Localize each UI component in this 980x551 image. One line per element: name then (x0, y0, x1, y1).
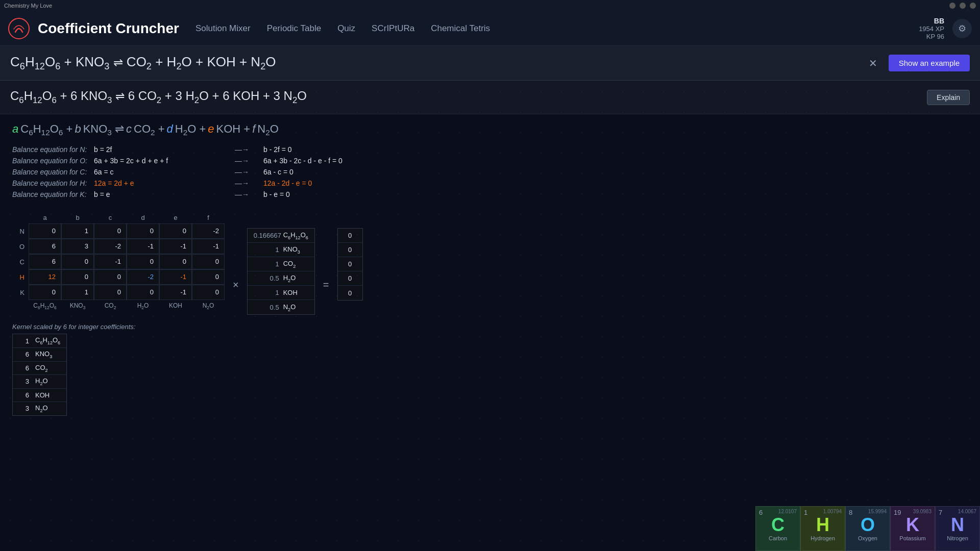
kernel-cell-1: 1 KNO3 (248, 243, 314, 257)
col-header-b: b (61, 214, 94, 223)
nav-periodic-table[interactable]: Periodic Table (267, 21, 321, 36)
element-tile-n[interactable]: 7 14.0067 N Nitrogen (935, 506, 980, 551)
balance-rhs-o: 6a + 3b - 2c - d - e - f = 0 (263, 157, 342, 165)
result-vector: 0 0 0 0 0 (337, 228, 363, 300)
balance-label-k: Balance equation for K: (12, 190, 94, 198)
matrix-row-c: C 6 0 -1 0 0 0 (12, 254, 225, 269)
element-tile-h[interactable]: 1 1.00794 H Hydrogen (800, 506, 845, 551)
col-header-e: e (159, 214, 192, 223)
col-header-a: a (29, 214, 61, 223)
matrix-section: a b c d e f N 0 1 0 0 0 -2 O 6 3 -2 (0, 210, 980, 319)
scaled-row-3: 3 H2O (13, 375, 66, 389)
matrix-body: N 0 1 0 0 0 -2 O 6 3 -2 -1 -1 -1 C 6 (12, 223, 225, 300)
kernel-scaled-table: 1 C6H12O6 6 KNO3 6 CO2 3 H2O 6 KOH 3 N2O (12, 334, 67, 415)
kernel-vector-wrap: 0.166667 C6H12O6 1 KNO3 1 CO2 0.5 H2O 1 … (247, 228, 315, 315)
xp-display: BB 1954 XP KP 96 (919, 17, 944, 40)
matrix-row-h: H 12 0 0 -2 -1 0 (12, 269, 225, 285)
matrix-col-headers: a b c d e f (29, 214, 225, 223)
balance-rhs-k: b - e = 0 (263, 190, 290, 198)
balance-lhs-h: 12a = 2d + e (94, 179, 227, 187)
result-cell-4: 0 (338, 286, 362, 300)
kernel-cell-5: 0.5 N2O (248, 300, 314, 314)
kernel-cell-0: 0.166667 C6H12O6 (248, 229, 314, 243)
var-a: a (12, 122, 18, 136)
scaled-row-5: 3 N2O (13, 402, 66, 415)
settings-button[interactable]: ⚙ (952, 19, 972, 38)
nav-solution-mixer[interactable]: Solution Mixer (195, 21, 251, 36)
nav-items: Solution Mixer Periodic Table Quiz SCrIP… (195, 21, 919, 36)
element-tile-c[interactable]: 6 12.0107 C Carbon (755, 506, 800, 551)
multiply-sign: × (233, 279, 239, 291)
scaled-row-2: 6 CO2 (13, 362, 66, 375)
result-cell-0: 0 (338, 229, 362, 243)
balance-rhs-c: 6a - c = 0 (263, 168, 293, 176)
variable-equation: a C6H12O6 + b KNO3 ⇌ c CO2 + d H2O + e K… (12, 122, 968, 137)
equation-bar: C6H12O6 + KNO3 ⇌ CO2 + H2O + KOH + N2O ✕… (0, 46, 980, 81)
title-bar: Chemistry My Love (0, 0, 980, 11)
show-example-button[interactable]: Show an example (889, 55, 970, 71)
element-tile-k[interactable]: 19 39.0983 K Potassium (890, 506, 935, 551)
balance-label-n: Balance equation for N: (12, 145, 94, 154)
balance-rhs-h: 12a - 2d - e = 0 (263, 179, 312, 187)
matrix-table-wrap: a b c d e f N 0 1 0 0 0 -2 O 6 3 -2 (12, 214, 225, 310)
balance-rhs-n: b - 2f = 0 (263, 145, 292, 154)
equation-bar-right: ✕ Show an example (866, 55, 970, 71)
kernel-vector: 0.166667 C6H12O6 1 KNO3 1 CO2 0.5 H2O 1 … (247, 228, 315, 315)
balance-row-k: Balance equation for K: b = e —→ b - e =… (12, 190, 968, 198)
result-cell-2: 0 (338, 257, 362, 271)
app-title: Chemistry My Love (4, 3, 52, 9)
kp-value: KP 96 (926, 33, 944, 40)
main-equation: C6H12O6 + KNO3 ⇌ CO2 + H2O + KOH + N2O (10, 54, 276, 72)
col-header-f: f (192, 214, 225, 223)
nav-logo (8, 18, 30, 39)
balance-row-c: Balance equation for C: 6a = c —→ 6a - c… (12, 168, 968, 176)
nav-bar: Coefficient Cruncher Solution Mixer Peri… (0, 11, 980, 46)
balance-label-h: Balance equation for H: (12, 179, 94, 187)
kernel-cell-4: 1 KOH (248, 286, 314, 300)
col-header-d: d (127, 214, 159, 223)
matrix-row-n: N 0 1 0 0 0 -2 (12, 223, 225, 239)
balance-label-c: Balance equation for C: (12, 168, 94, 176)
nav-quiz[interactable]: Quiz (337, 21, 355, 36)
variable-section: a C6H12O6 + b KNO3 ⇌ c CO2 + d H2O + e K… (0, 114, 980, 141)
nav-scriptura[interactable]: SCrIPtURa (372, 21, 414, 36)
balance-lhs-c: 6a = c (94, 168, 227, 176)
minimize-btn[interactable] (949, 3, 955, 9)
solution-bar: C6H12O6 + 6 KNO3 ⇌ 6 CO2 + 3 H2O + 6 KOH… (0, 81, 980, 114)
result-cell-1: 0 (338, 243, 362, 257)
scaled-row-1: 6 KNO3 (13, 348, 66, 362)
result-cell-3: 0 (338, 271, 362, 286)
matrix-col-labels-bottom: C6H12O6 KNO3 CO2 H2O KOH N2O (29, 302, 225, 310)
balance-row-h: Balance equation for H: 12a = 2d + e —→ … (12, 179, 968, 187)
var-e: e (208, 122, 214, 136)
scaled-row-0: 1 C6H12O6 (13, 334, 66, 348)
element-tile-o[interactable]: 8 15.9994 O Oxygen (845, 506, 890, 551)
var-c: c (126, 122, 132, 136)
balance-row-o: Balance equation for O: 6a + 3b = 2c + d… (12, 157, 968, 165)
col-header-c: c (94, 214, 127, 223)
balance-lhs-n: b = 2f (94, 145, 227, 154)
nav-title: Coefficient Cruncher (38, 20, 179, 37)
balance-section: Balance equation for N: b = 2f —→ b - 2f… (0, 141, 980, 210)
var-f: f (252, 122, 255, 136)
equals-sign: = (323, 279, 329, 291)
explain-button[interactable]: Explain (927, 90, 970, 105)
scaled-row-4: 6 KOH (13, 389, 66, 402)
kernel-cell-3: 0.5 H2O (248, 271, 314, 286)
balance-lhs-k: b = e (94, 190, 227, 198)
xp-value: 1954 XP (919, 25, 944, 33)
solution-equation: C6H12O6 + 6 KNO3 ⇌ 6 CO2 + 3 H2O + 6 KOH… (10, 89, 921, 106)
balance-lhs-o: 6a + 3b = 2c + d + e + f (94, 157, 227, 165)
matrix-row-o: O 6 3 -2 -1 -1 -1 (12, 239, 225, 254)
var-d: d (167, 122, 173, 136)
nav-chemical-tetris[interactable]: Chemical Tetris (431, 21, 490, 36)
close-btn-win[interactable] (970, 3, 976, 9)
kernel-scaled-label: Kernel scaled by 6 for integer coefficie… (12, 323, 968, 331)
close-equation-button[interactable]: ✕ (866, 56, 880, 70)
var-b: b (75, 122, 81, 136)
element-tiles: 6 12.0107 C Carbon 1 1.00794 H Hydrogen … (755, 506, 980, 551)
window-controls[interactable] (949, 3, 976, 9)
balance-label-o: Balance equation for O: (12, 157, 94, 165)
maximize-btn[interactable] (960, 3, 966, 9)
balance-row-n: Balance equation for N: b = 2f —→ b - 2f… (12, 145, 968, 154)
